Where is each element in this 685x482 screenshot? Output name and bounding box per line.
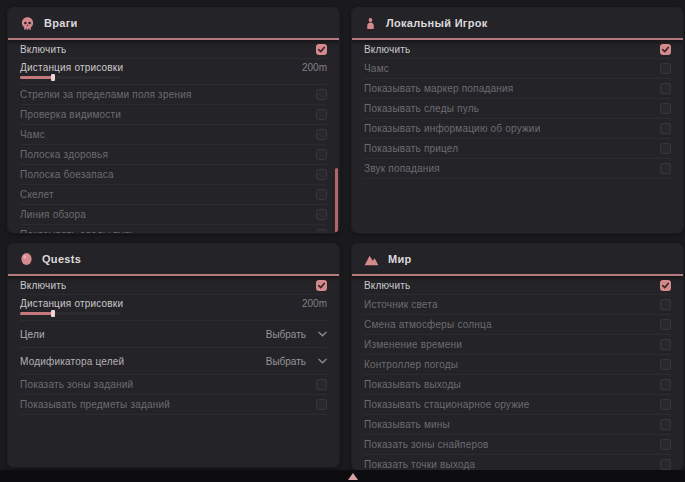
row-label: Включить bbox=[364, 44, 410, 55]
row-label: Показывать следы пуль bbox=[20, 229, 135, 233]
slider-value: 200m bbox=[302, 62, 327, 73]
dropdown[interactable]: Выбрать bbox=[266, 356, 327, 367]
panel-local-player: Локальный Игрок ВключитьЧамсПоказывать м… bbox=[352, 8, 683, 233]
row-toggle: Чамс bbox=[20, 125, 327, 145]
row-label: Показывать маркер попадания bbox=[364, 83, 513, 94]
row-toggle: Показывать предметы заданий bbox=[20, 395, 327, 415]
checkbox[interactable] bbox=[316, 89, 327, 100]
checkbox[interactable] bbox=[316, 399, 327, 410]
row-toggle: Показать точки выхода bbox=[364, 455, 671, 470]
row-toggle: Показывать следы пуль bbox=[20, 225, 327, 233]
checkbox[interactable] bbox=[660, 103, 671, 114]
checkbox[interactable] bbox=[660, 459, 671, 470]
row-toggle: Смена атмосферы солнца bbox=[364, 315, 671, 335]
row-label: Показать зоны заданий bbox=[20, 379, 133, 390]
checkbox[interactable] bbox=[660, 280, 671, 291]
row-toggle: Скелет bbox=[20, 185, 327, 205]
panel-header-enemies: Враги bbox=[8, 8, 339, 40]
checkbox[interactable] bbox=[660, 359, 671, 370]
row-label: Показать зоны снайперов bbox=[364, 439, 489, 450]
checkbox[interactable] bbox=[316, 209, 327, 220]
row-label: Показать точки выхода bbox=[364, 459, 475, 470]
panel-title: Локальный Игрок bbox=[386, 17, 488, 29]
panel-header-local-player: Локальный Игрок bbox=[352, 8, 683, 40]
slider-fill bbox=[20, 312, 53, 315]
row-toggle: Полоска здоровья bbox=[20, 145, 327, 165]
checkbox[interactable] bbox=[316, 229, 327, 233]
checkbox[interactable] bbox=[660, 299, 671, 310]
row-label: Показывать предметы заданий bbox=[20, 399, 170, 410]
row-label: Включить bbox=[20, 44, 66, 55]
row-label: Полоска боезапаса bbox=[20, 169, 114, 180]
row-toggle: Показывать прицел bbox=[364, 139, 671, 159]
row-label: Источник света bbox=[364, 299, 438, 310]
checkbox[interactable] bbox=[660, 44, 671, 55]
row-toggle: Показывать стационарное оружие bbox=[364, 395, 671, 415]
row-label: Дистанция отрисовки bbox=[20, 62, 123, 73]
row-label: Изменение времени bbox=[364, 339, 462, 350]
panel-enemies: Враги ВключитьДистанция отрисовки200mСтр… bbox=[8, 8, 339, 233]
scroll-up-triangle-icon[interactable] bbox=[348, 473, 358, 480]
row-toggle: Включить bbox=[364, 40, 671, 59]
checkbox[interactable] bbox=[316, 379, 327, 390]
checkbox[interactable] bbox=[660, 83, 671, 94]
panel-header-world: Мир bbox=[352, 244, 683, 276]
slider-handle[interactable] bbox=[51, 74, 55, 81]
row-label: Звук попадания bbox=[364, 163, 440, 174]
scrollbar-thumb[interactable] bbox=[335, 168, 338, 233]
skull-icon bbox=[20, 16, 35, 31]
slider-label-row: Дистанция отрисовки200m bbox=[20, 298, 327, 309]
chevron-down-icon bbox=[318, 358, 327, 364]
row-toggle: Показывать мины bbox=[364, 415, 671, 435]
row-label: Смена атмосферы солнца bbox=[364, 319, 492, 330]
checkbox[interactable] bbox=[660, 339, 671, 350]
quest-circle-icon bbox=[20, 252, 33, 266]
checkbox[interactable] bbox=[660, 163, 671, 174]
row-label: Показывать следы пуль bbox=[364, 103, 479, 114]
row-select: Модификатора целейВыбрать bbox=[20, 348, 327, 375]
row-toggle: Показывать информацию об оружии bbox=[364, 119, 671, 139]
checkbox[interactable] bbox=[316, 109, 327, 120]
row-toggle: Включить bbox=[20, 276, 327, 295]
row-toggle: Показывать маркер попадания bbox=[364, 79, 671, 99]
slider-value: 200m bbox=[302, 298, 327, 309]
checkbox[interactable] bbox=[316, 280, 327, 291]
checkbox[interactable] bbox=[316, 149, 327, 160]
row-label: Показывать мины bbox=[364, 419, 450, 430]
checkbox[interactable] bbox=[316, 44, 327, 55]
row-label: Чамс bbox=[20, 129, 45, 140]
row-toggle: Контроллер погоды bbox=[364, 355, 671, 375]
dropdown[interactable]: Выбрать bbox=[266, 329, 327, 340]
slider-handle[interactable] bbox=[51, 310, 55, 317]
row-label: Включить bbox=[20, 280, 66, 291]
checkbox[interactable] bbox=[660, 123, 671, 134]
row-label: Показывать стационарное оружие bbox=[364, 399, 530, 410]
checkbox[interactable] bbox=[660, 379, 671, 390]
checkbox[interactable] bbox=[316, 129, 327, 140]
slider-track[interactable] bbox=[20, 312, 120, 315]
slider-track[interactable] bbox=[20, 76, 120, 79]
panel-header-quests: Quests bbox=[8, 244, 339, 276]
checkbox[interactable] bbox=[660, 399, 671, 410]
checkbox[interactable] bbox=[316, 169, 327, 180]
checkbox[interactable] bbox=[660, 143, 671, 154]
panel-quests: Quests ВключитьДистанция отрисовки200mЦе… bbox=[8, 244, 339, 467]
checkbox[interactable] bbox=[660, 419, 671, 430]
row-toggle: Включить bbox=[20, 40, 327, 59]
row-label: Включить bbox=[364, 280, 410, 291]
row-toggle: Включить bbox=[364, 276, 671, 295]
checkbox[interactable] bbox=[660, 63, 671, 74]
mountain-icon bbox=[364, 253, 379, 266]
row-label: Показывать прицел bbox=[364, 143, 458, 154]
person-icon bbox=[364, 17, 377, 30]
row-toggle: Показать зоны снайперов bbox=[364, 435, 671, 455]
checkbox[interactable] bbox=[316, 189, 327, 200]
row-label: Линия обзора bbox=[20, 209, 86, 220]
row-toggle: Показывать выходы bbox=[364, 375, 671, 395]
row-select: ЦелиВыбрать bbox=[20, 321, 327, 348]
panel-world: Мир ВключитьИсточник светаСмена атмосфер… bbox=[352, 244, 683, 470]
checkbox[interactable] bbox=[660, 319, 671, 330]
checkbox[interactable] bbox=[660, 439, 671, 450]
row-label: Дистанция отрисовки bbox=[20, 298, 123, 309]
row-label: Проверка видимости bbox=[20, 109, 121, 120]
